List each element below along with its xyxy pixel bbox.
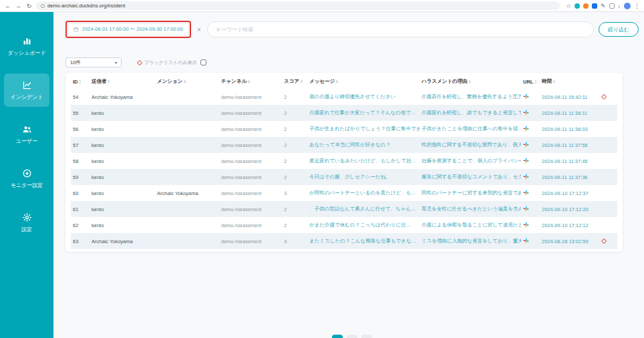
sort-icon[interactable]: ▴▾ [553,79,555,84]
slack-icon[interactable] [523,174,529,180]
cell-sender: kento [90,105,155,121]
column-header-label: 時間 [542,78,552,84]
sort-icon[interactable]: ▴▾ [79,79,82,84]
cell-id: 58 [71,153,90,169]
cell-channel: demo-harassment [219,105,282,121]
extension-icon[interactable] [575,3,580,9]
pencil-extension-icon[interactable]: ✎ [601,3,606,9]
cell-time: 2024-08-28 13:02:59 [540,233,600,249]
slack-icon[interactable] [523,206,529,212]
slack-icon[interactable] [523,110,529,116]
extension-fox-icon[interactable] [583,3,589,9]
dashboard-icon [21,35,32,46]
cell-channel: demo-harassment [219,233,282,249]
cell-flag [600,89,617,105]
cell-sender: kento [90,169,155,185]
column-header-label: スコア [284,78,299,84]
slack-icon[interactable] [523,142,529,148]
column-header-6[interactable]: メッセージ▴▾ [307,73,420,89]
slack-icon[interactable] [523,158,529,164]
download-icon[interactable]: ↓ [618,3,621,9]
sort-icon[interactable]: ▴▾ [336,79,338,84]
slack-icon[interactable] [523,238,529,244]
date-range-filter[interactable]: 2024-08-01 17:00:00 〜 2024-09-30 17:00:0… [67,23,189,36]
column-header-5[interactable]: スコア▴▾ [282,73,307,89]
column-header-3[interactable]: メンション▴▾ [155,73,219,89]
cell-score: 2 [282,137,307,153]
cell-message: 親の介護より締切優先させてください [307,89,420,105]
cell-sender: kento [90,137,155,153]
cell-sender: kento [90,153,155,169]
column-header-1[interactable]: ID▴▾ [71,73,90,89]
sidebar-item-settings[interactable]: 設定 [4,206,49,239]
slack-icon[interactable] [523,94,529,100]
cell-id: 55 [71,105,90,121]
table-controls: 10件 ▾ ブラックリストのみ表示 [65,57,639,67]
site-info-icon[interactable] [41,4,45,8]
cell-mention [155,217,219,233]
page-button-3[interactable]: 3 [361,335,372,338]
cell-flag [600,233,617,249]
sort-icon[interactable]: ▴▾ [248,79,250,84]
browser-toolbar-icons: ☆ ✎ ↓ ⋮ [566,3,640,9]
sidebar-item-users[interactable]: ユーザー [4,118,49,151]
back-icon[interactable]: ← [4,0,11,12]
cell-message: あなたって本当に同性が好きなの？ [307,137,420,153]
cell-time: 2024-09-10 17:12:37 [540,185,600,201]
profile-avatar[interactable] [624,3,631,9]
cell-channel: demo-harassment [219,153,282,169]
cell-reason: 子供がきたことを理由に仕事への集中を疑… [420,121,521,137]
cell-mention: Archaic Yokoyama [155,185,219,201]
forward-icon[interactable]: → [15,0,22,12]
slack-icon[interactable] [523,190,529,196]
column-header-8[interactable]: URL▴▾ [521,73,540,89]
cell-score: 2 [282,89,307,105]
keyword-search-input[interactable] [207,21,594,37]
refresh-icon[interactable]: ↻ [25,0,33,12]
sort-icon[interactable]: ▴▾ [184,79,186,84]
browser-menu-icon[interactable]: ⋮ [634,3,640,9]
sort-icon[interactable]: ▴▾ [534,79,536,84]
slack-icon[interactable] [523,126,529,132]
url-bar[interactable]: demo-archaic.duckdns.org/incident [36,1,560,10]
page-size-select[interactable]: 10件 ▾ [65,57,122,67]
table-row-54: 54Archaic Yokoyamademo-harassment2親の介護より… [71,89,617,105]
sort-icon[interactable]: ▴▾ [108,79,110,84]
cell-flag [600,185,617,201]
column-header-4[interactable]: チャンネル▴▾ [219,73,282,89]
cell-channel: demo-harassment [219,137,282,153]
sidebar-item-incident[interactable]: インシデント [4,73,49,107]
cell-reason: ミスを理由に人格的な発言をしており、重大… [420,233,521,249]
extension-blue-icon[interactable] [592,3,597,9]
cell-score: 2 [282,105,307,121]
blacklist-only-checkbox[interactable] [200,59,206,65]
cell-flag [600,201,617,217]
slack-icon[interactable] [523,222,529,228]
column-header-9[interactable]: 時間▴▾ [540,73,600,89]
sort-icon[interactable]: ▴▾ [469,79,471,84]
page-button-1[interactable]: 1 [332,335,343,338]
sidebar-item-label: 設定 [21,226,32,233]
settings-icon [21,212,32,222]
page-button-2[interactable]: 2 [347,335,357,338]
sidebar-item-monitor-settings[interactable]: モニター設定 [4,162,49,195]
filter-submit-button[interactable]: 絞り込む [599,22,639,37]
cell-mention [155,121,219,137]
sidebar-item-label: モニター設定 [11,182,43,189]
table-row-58: 58kentodemo-harassment2最近疲れているみたいだけど、もしか… [71,153,617,169]
column-header-2[interactable]: 送信者▴▾ [90,73,155,89]
cell-flag [600,217,617,233]
chevron-down-icon: ▾ [115,60,117,65]
cell-sender: kento [90,217,155,233]
cell-id: 54 [71,89,90,105]
cell-score: 2 [282,121,307,137]
sidebar-item-label: ダッシュボード [7,49,45,57]
clear-date-button[interactable]: × [196,26,202,33]
cell-message: 今日はその服、少しセクシーだね。 [307,169,420,185]
cell-time: 2024-09-11 15:42:11 [540,89,600,105]
extensions-puzzle-icon[interactable] [609,3,615,9]
sort-icon[interactable]: ▴▾ [301,79,303,84]
bookmark-star-icon[interactable]: ☆ [566,3,571,9]
sidebar-item-dashboard[interactable]: ダッシュボード [4,29,49,63]
column-header-7[interactable]: ハラスメントの理由▴▾ [420,73,521,89]
